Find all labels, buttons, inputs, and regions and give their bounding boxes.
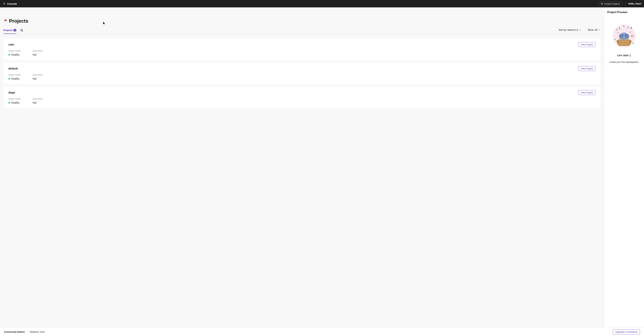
- project-description-field: Description N/A: [33, 50, 43, 56]
- preview-title: Project Preview: [607, 11, 641, 14]
- pipelines-count: Pipelines: 0/16: [30, 331, 44, 333]
- chevron-down-icon: [579, 29, 581, 31]
- brand[interactable]: Console: [3, 2, 17, 5]
- field-label: Description: [33, 50, 43, 52]
- content-area: Projects Projects 3 Sort by: Name A-Z: [0, 8, 604, 327]
- status-value: Healthy: [11, 77, 20, 80]
- field-label: Project Status: [8, 98, 21, 100]
- project-card: default View Project Project Status Heal…: [3, 63, 600, 84]
- field-label: Project Status: [8, 50, 21, 52]
- project-preview-panel: Project Preview: [604, 8, 644, 327]
- contact-support-label: Contact Support: [604, 3, 620, 5]
- project-status-field: Project Status Healthy: [8, 74, 21, 80]
- svg-point-1: [602, 3, 602, 4]
- chevron-down-icon: [598, 29, 600, 31]
- sort-controls: Sort by: Name A-Z Show: All: [559, 29, 600, 33]
- description-value: N/A: [33, 53, 43, 56]
- project-name: cats: [8, 43, 14, 46]
- edition-label: Community Edition: [4, 331, 25, 333]
- projects-count-badge: 3: [14, 29, 16, 31]
- field-label: Description: [33, 74, 43, 76]
- project-status-field: Project Status Healthy: [8, 50, 21, 56]
- user-greeting[interactable]: Hello, User!: [628, 2, 641, 5]
- project-description-field: Description N/A: [33, 74, 43, 80]
- status-dot-icon: [8, 78, 10, 80]
- tabs-row: Projects 3 Sort by: Name A-Z Sho: [3, 27, 600, 34]
- view-project-button[interactable]: View Project: [578, 42, 595, 47]
- sort-by-dropdown[interactable]: Sort by: Name A-Z: [559, 29, 581, 31]
- project-description-field: Description N/A: [33, 98, 43, 104]
- status-dot-icon: [8, 54, 10, 56]
- view-project-button[interactable]: View Project: [578, 90, 595, 95]
- description-value: N/A: [33, 101, 43, 104]
- svg-point-4: [21, 29, 23, 31]
- search-button[interactable]: [20, 28, 23, 34]
- field-label: Description: [33, 98, 43, 100]
- topbar: Console Contact Support Hello, User!: [0, 0, 644, 8]
- project-list: cats View Project Project Status Healthy…: [3, 39, 600, 108]
- upgrade-label: Upgrade to Enterprise: [615, 331, 638, 333]
- project-card: cats View Project Project Status Healthy…: [3, 39, 600, 60]
- upgrade-button[interactable]: Upgrade to Enterprise: [613, 329, 640, 334]
- topbar-right: Contact Support Hello, User!: [598, 2, 641, 6]
- main: Projects Projects 3 Sort by: Name A-Z: [0, 8, 644, 327]
- page-title-row: Projects: [3, 18, 600, 24]
- project-status-field: Project Status Healthy: [8, 98, 21, 104]
- preview-start-text: Let's Start :): [607, 54, 641, 57]
- status-value: Healthy: [11, 101, 20, 104]
- description-value: N/A: [33, 77, 43, 80]
- show-filter-dropdown[interactable]: Show: All: [588, 29, 600, 31]
- contact-support-button[interactable]: Contact Support: [598, 2, 622, 6]
- project-name: dogs: [8, 91, 15, 94]
- view-project-button[interactable]: View Project: [578, 66, 595, 71]
- brand-logo-icon: [3, 2, 6, 5]
- svg-point-11: [619, 34, 623, 39]
- life-buoy-icon: [601, 3, 603, 5]
- sort-by-label: Sort by: Name A-Z: [559, 29, 578, 31]
- field-label: Project Status: [8, 74, 21, 76]
- footer: Community Edition Pipelines: 0/16 Upgrad…: [0, 327, 644, 336]
- status-value: Healthy: [11, 53, 20, 56]
- search-icon: [20, 29, 23, 32]
- status-dot-icon: [8, 102, 10, 104]
- projects-icon: [3, 19, 8, 23]
- preview-hint-text: Create your first repo/pipeline!: [607, 61, 641, 63]
- svg-rect-6: [619, 40, 630, 46]
- svg-marker-3: [5, 19, 7, 21]
- page-title: Projects: [9, 18, 28, 24]
- divider: [625, 2, 625, 6]
- preview-illustration: [607, 17, 641, 49]
- brand-name: Console: [7, 2, 17, 5]
- svg-point-13: [622, 35, 623, 36]
- tab-projects[interactable]: Projects 3: [3, 27, 16, 34]
- svg-point-14: [625, 35, 626, 36]
- show-filter-label: Show: All: [588, 29, 598, 31]
- project-card: dogs View Project Project Status Healthy…: [3, 86, 600, 108]
- svg-point-12: [625, 34, 629, 39]
- tab-projects-label: Projects: [3, 29, 12, 32]
- project-name: default: [8, 67, 18, 70]
